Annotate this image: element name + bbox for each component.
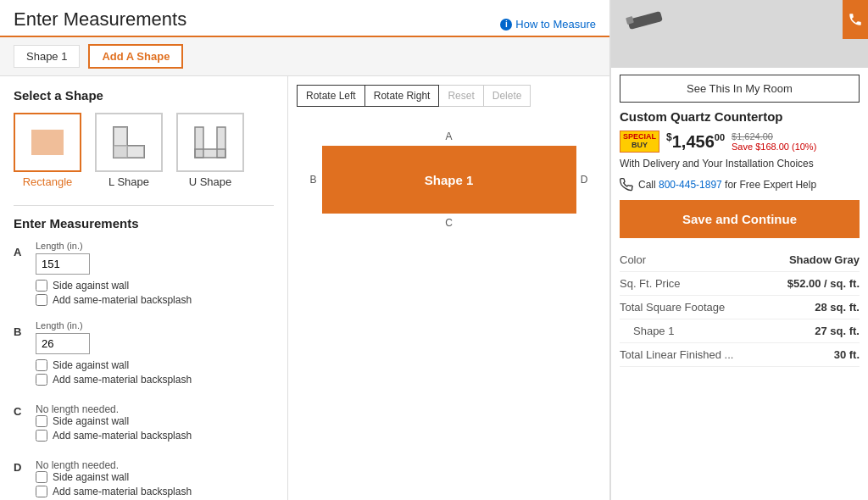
detail-value-shape1-sqft: 27 sq. ft.: [815, 325, 860, 337]
shape-option-ushape[interactable]: U Shape: [176, 113, 244, 188]
delete-button[interactable]: Delete: [484, 85, 531, 107]
dim-label-d: D: [581, 174, 588, 186]
dim-label-b: B: [310, 174, 317, 186]
detail-label-shape1-sqft: Shape 1: [633, 325, 674, 337]
rectangle-icon: [29, 127, 66, 158]
checkbox-row-b-backsplash: Add same-material backsplash: [36, 374, 274, 386]
product-info: Custom Quartz Countertop SPECIAL BUY $1,…: [611, 109, 868, 367]
svg-rect-4: [114, 146, 144, 158]
rotate-right-button[interactable]: Rotate Right: [365, 85, 440, 107]
checkbox-b-wall-label: Side against wall: [53, 359, 129, 371]
checkbox-a-wall[interactable]: [36, 280, 47, 292]
inputs-c: No length needed. Side against wall Add …: [36, 400, 274, 444]
checkbox-c-wall-label: Side against wall: [53, 415, 129, 427]
original-price: $1,624.00: [732, 131, 816, 142]
no-length-d: No length needed.: [36, 456, 274, 471]
svg-rect-7: [195, 149, 225, 158]
save-text: Save $168.00 (10%): [732, 142, 816, 152]
phone-icon-svg: [848, 12, 863, 27]
shape-diagram: A B Shape 1 D C: [322, 146, 576, 214]
add-shape-button[interactable]: Add A Shape: [88, 44, 183, 69]
dim-label-a: A: [445, 131, 452, 142]
detail-label-color: Color: [620, 253, 646, 266]
detail-value-total-sqft: 28 sq. ft.: [815, 301, 860, 314]
diagram-toolbar: Rotate Left Rotate Right Reset Delete: [297, 85, 531, 107]
checkbox-c-backsplash-label: Add same-material backsplash: [53, 430, 192, 442]
inputs-a: Length (in.) Side against wall Add same-…: [36, 241, 274, 308]
lshape-label: L Shape: [108, 175, 149, 188]
phone-icon: [620, 178, 633, 192]
checkbox-b-wall[interactable]: [36, 359, 47, 371]
ushape-label: U Shape: [189, 175, 232, 188]
info-icon: i: [500, 19, 512, 31]
reset-button[interactable]: Reset: [439, 85, 483, 107]
measurement-row-a: A Length (in.) Side against wall Add sam…: [14, 241, 274, 308]
checkbox-b-backsplash[interactable]: [36, 374, 47, 386]
detail-row-linear: Total Linear Finished ... 30 ft.: [620, 343, 860, 367]
detail-row-color: Color Shadow Gray: [620, 248, 860, 272]
checkbox-c-wall[interactable]: [36, 415, 47, 427]
measurement-row-d: D No length needed. Side against wall Ad…: [14, 456, 274, 500]
measurements-panel: Select a Shape Rectangle: [0, 76, 288, 500]
checkbox-c-backsplash[interactable]: [36, 430, 47, 442]
shape-rectangle-label: Shape 1: [425, 173, 474, 187]
label-c: C: [14, 400, 27, 418]
room-image-svg: [611, 0, 868, 68]
rotate-left-button[interactable]: Rotate Left: [297, 85, 365, 107]
checkbox-a-backsplash[interactable]: [36, 294, 47, 306]
lshape-icon-box[interactable]: [95, 113, 163, 172]
shape-tabs-bar: Shape 1 Add A Shape: [0, 37, 609, 76]
checkbox-row-a-backsplash: Add same-material backsplash: [36, 294, 274, 306]
save-continue-button[interactable]: Save and Continue: [620, 200, 860, 238]
shape-rectangle: Shape 1: [322, 146, 576, 214]
product-title: Custom Quartz Countertop: [620, 109, 860, 124]
shape-option-lshape[interactable]: L Shape: [95, 113, 163, 188]
select-shape-title: Select a Shape: [14, 88, 274, 103]
shape-options: Rectangle L Shape: [14, 113, 274, 188]
phone-row: Call 800-445-1897 for Free Expert Help: [620, 178, 860, 192]
checkbox-b-backsplash-label: Add same-material backsplash: [53, 374, 192, 386]
shape-option-rectangle[interactable]: Rectangle: [14, 113, 81, 188]
lshape-icon: [110, 124, 147, 161]
main-content: Select a Shape Rectangle: [0, 76, 609, 500]
checkbox-a-wall-label: Side against wall: [53, 280, 129, 292]
checkbox-d-backsplash[interactable]: [36, 486, 47, 497]
checkbox-d-wall-label: Side against wall: [53, 471, 129, 483]
page-title: Enter Measurements: [14, 8, 186, 31]
detail-label-sqft-price: Sq. Ft. Price: [620, 277, 681, 290]
input-a[interactable]: [36, 253, 90, 275]
orange-phone-icon[interactable]: [843, 0, 868, 39]
checkbox-row-c-backsplash: Add same-material backsplash: [36, 430, 274, 442]
see-room-button[interactable]: See This In My Room: [620, 75, 860, 103]
checkbox-d-backsplash-label: Add same-material backsplash: [53, 486, 192, 497]
phone-text: Call 800-445-1897 for Free Expert Help: [638, 179, 816, 191]
checkbox-a-backsplash-label: Add same-material backsplash: [53, 294, 192, 306]
sublabel-a: Length (in.): [36, 241, 274, 251]
rectangle-icon-box[interactable]: [14, 113, 81, 172]
how-to-measure-link[interactable]: i How to Measure: [500, 18, 596, 31]
label-d: D: [14, 456, 27, 474]
no-length-c: No length needed.: [36, 400, 274, 415]
label-a: A: [14, 241, 27, 258]
detail-row-total-sqft: Total Square Footage 28 sq. ft.: [620, 296, 860, 319]
special-buy-line2: BUY: [623, 142, 656, 150]
checkbox-d-wall[interactable]: [36, 471, 47, 483]
room-image-placeholder: [611, 0, 868, 68]
rectangle-label: Rectangle: [23, 175, 73, 188]
sublabel-b: Length (in.): [36, 320, 274, 331]
detail-label-linear: Total Linear Finished ...: [620, 348, 733, 361]
diagram-panel: Rotate Left Rotate Right Reset Delete A …: [288, 76, 609, 500]
input-b[interactable]: [36, 333, 90, 354]
measurement-row-b: B Length (in.) Side against wall Add sam…: [14, 320, 274, 388]
ushape-icon-box[interactable]: [176, 113, 244, 172]
svg-rect-11: [611, 0, 868, 68]
label-b: B: [14, 320, 27, 338]
right-panel: See This In My Room Custom Quartz Counte…: [610, 0, 868, 500]
shape-tab-1[interactable]: Shape 1: [14, 45, 80, 68]
detail-value-color: Shadow Gray: [789, 253, 860, 266]
price-row: SPECIAL BUY $1,45600 $1,624.00 Save $168…: [620, 131, 860, 153]
enter-measurements-title: Enter Measurements: [14, 205, 274, 231]
page-header: Enter Measurements i How to Measure: [0, 0, 609, 37]
current-price: $1,45600: [666, 131, 725, 152]
delivery-text: With Delivery and Your Installation Choi…: [620, 158, 860, 169]
